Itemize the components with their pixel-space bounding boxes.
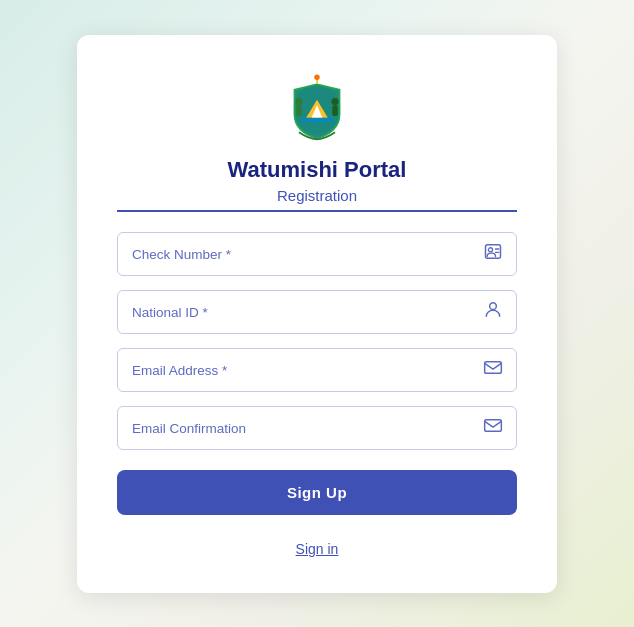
svg-rect-5 xyxy=(296,105,301,116)
svg-point-6 xyxy=(331,98,338,105)
email-address-wrapper xyxy=(117,348,517,392)
coat-of-arms-icon xyxy=(281,71,353,143)
check-number-wrapper xyxy=(117,232,517,276)
email-confirmation-input[interactable] xyxy=(117,406,517,450)
logo-area xyxy=(281,71,353,143)
check-number-input[interactable] xyxy=(117,232,517,276)
registration-form: Sign Up Sign in xyxy=(117,232,517,557)
app-title: Watumishi Portal xyxy=(228,157,407,183)
title-divider xyxy=(117,210,517,212)
registration-card: Watumishi Portal Registration xyxy=(77,35,557,593)
sign-up-button[interactable]: Sign Up xyxy=(117,470,517,515)
national-id-wrapper xyxy=(117,290,517,334)
svg-point-4 xyxy=(295,98,302,105)
subtitle: Registration xyxy=(277,187,357,204)
svg-rect-3 xyxy=(301,117,333,122)
sign-in-link[interactable]: Sign in xyxy=(117,541,517,557)
svg-rect-7 xyxy=(332,105,337,116)
national-id-input[interactable] xyxy=(117,290,517,334)
svg-point-9 xyxy=(314,74,319,79)
email-address-input[interactable] xyxy=(117,348,517,392)
email-confirmation-wrapper xyxy=(117,406,517,450)
